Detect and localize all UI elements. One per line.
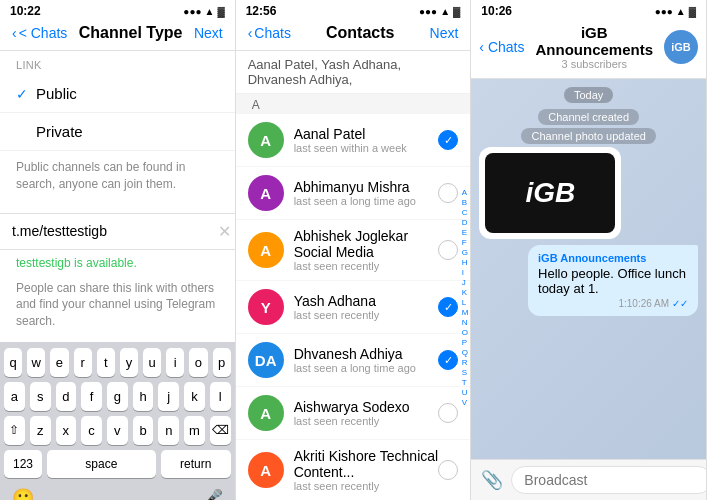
key-t[interactable]: t xyxy=(97,348,115,377)
chevron-left-icon-2: ‹ xyxy=(248,25,253,41)
contact-name: Aishwarya Sodexo xyxy=(294,399,439,415)
key-q[interactable]: q xyxy=(4,348,22,377)
chat-messages: Today Channel created Channel photo upda… xyxy=(471,79,706,459)
next-button-1[interactable]: Next xyxy=(194,25,223,41)
avatar: Y xyxy=(248,289,284,325)
avatar: A xyxy=(248,122,284,158)
contact-status: last seen recently xyxy=(294,415,439,427)
channel-avatar[interactable]: iGB xyxy=(664,30,698,64)
bubble-text: Hello people. Office lunch today at 1. xyxy=(538,266,688,296)
public-option[interactable]: ✓ Public xyxy=(0,75,235,113)
battery-icon: ▓ xyxy=(217,6,224,17)
key-g[interactable]: g xyxy=(107,382,128,411)
wifi-icon-2: ▲ xyxy=(440,6,450,17)
contact-name: Aanal Patel xyxy=(294,126,439,142)
signal-icon: ●●● xyxy=(183,6,201,17)
contact-check[interactable]: ✓ xyxy=(438,297,458,317)
contact-check[interactable] xyxy=(438,460,458,480)
signal-icon-2: ●●● xyxy=(419,6,437,17)
chat-back-button[interactable]: ‹ Chats xyxy=(479,39,524,55)
key-b[interactable]: b xyxy=(133,416,154,445)
key-w[interactable]: w xyxy=(27,348,45,377)
shift-key[interactable]: ⇧ xyxy=(4,416,25,445)
contact-name: Yash Adhana xyxy=(294,293,439,309)
contact-name: Abhimanyu Mishra xyxy=(294,179,439,195)
key-c[interactable]: c xyxy=(81,416,102,445)
next-button-2[interactable]: Next xyxy=(430,25,459,41)
key-l[interactable]: l xyxy=(210,382,231,411)
emoji-icon[interactable]: 🙂 xyxy=(12,487,34,500)
key-j[interactable]: j xyxy=(158,382,179,411)
contacts-panel: 12:56 ●●● ▲ ▓ ‹ Chats Contacts Next Aana… xyxy=(236,0,472,500)
signal-icon-3: ●●● xyxy=(655,6,673,17)
avatar: DA xyxy=(248,342,284,378)
key-r[interactable]: r xyxy=(74,348,92,377)
key-m[interactable]: m xyxy=(184,416,205,445)
mic-icon[interactable]: 🎤 xyxy=(203,488,223,500)
status-icons-2: ●●● ▲ ▓ xyxy=(419,6,460,17)
chat-bubble: iGB Announcements Hello people. Office l… xyxy=(528,245,698,316)
attachment-icon[interactable]: 📎 xyxy=(481,469,503,491)
key-k[interactable]: k xyxy=(184,382,205,411)
status-bar-2: 12:56 ●●● ▲ ▓ xyxy=(236,0,471,20)
avatar: A xyxy=(248,175,284,211)
contact-check[interactable] xyxy=(438,403,458,423)
section-header-a: A xyxy=(236,94,471,114)
return-key[interactable]: return xyxy=(161,450,231,478)
key-p[interactable]: p xyxy=(213,348,231,377)
contact-status: last seen recently xyxy=(294,309,439,321)
key-y[interactable]: y xyxy=(120,348,138,377)
checkmark-icon: ✓ xyxy=(16,86,36,102)
key-x[interactable]: x xyxy=(56,416,77,445)
contact-check[interactable]: ✓ xyxy=(438,130,458,150)
clear-icon[interactable]: ✕ xyxy=(218,222,231,241)
contact-row[interactable]: A Akriti Kishore Technical Content... la… xyxy=(236,440,471,500)
key-f[interactable]: f xyxy=(81,382,102,411)
broadcast-input[interactable] xyxy=(511,466,707,494)
contact-row[interactable]: DA Dhvanesh Adhiya last seen a long time… xyxy=(236,334,471,387)
back-button-2[interactable]: ‹ Chats xyxy=(248,25,291,41)
bubble-meta: 1:10:26 AM ✓✓ xyxy=(538,298,688,309)
contact-row[interactable]: Y Yash Adhana last seen recently ✓ xyxy=(236,281,471,334)
kb-row-4: 123 space return xyxy=(4,450,231,478)
contact-name: Dhvanesh Adhiya xyxy=(294,346,439,362)
key-o[interactable]: o xyxy=(189,348,207,377)
contact-check[interactable] xyxy=(438,240,458,260)
contact-check[interactable] xyxy=(438,183,458,203)
space-key[interactable]: space xyxy=(47,450,156,478)
kb-row-1: q w e r t y u i o p xyxy=(4,348,231,377)
key-i[interactable]: i xyxy=(166,348,184,377)
alpha-index-sidebar[interactable]: A B C D E F G H I J K L M N O P Q R S T … xyxy=(461,94,470,500)
time-3: 10:26 xyxy=(481,4,512,18)
link-input[interactable] xyxy=(43,223,218,239)
igb-logo-box: iGB xyxy=(485,153,615,233)
share-description: People can share this link with others a… xyxy=(0,276,235,342)
igb-logo-text: iGB xyxy=(525,177,575,209)
key-n[interactable]: n xyxy=(158,416,179,445)
contact-row[interactable]: A Aishwarya Sodexo last seen recently xyxy=(236,387,471,440)
chevron-left-icon-3: ‹ xyxy=(479,39,484,55)
key-z[interactable]: z xyxy=(30,416,51,445)
key-h[interactable]: h xyxy=(133,382,154,411)
time-1: 10:22 xyxy=(10,4,41,18)
contact-check[interactable]: ✓ xyxy=(438,350,458,370)
key-a[interactable]: a xyxy=(4,382,25,411)
key-u[interactable]: u xyxy=(143,348,161,377)
num-key[interactable]: 123 xyxy=(4,450,42,478)
key-v[interactable]: v xyxy=(107,416,128,445)
private-option[interactable]: Private xyxy=(0,113,235,151)
contact-row[interactable]: A Aanal Patel last seen within a week ✓ xyxy=(236,114,471,167)
back-button-1[interactable]: ‹ < Chats xyxy=(12,25,67,41)
battery-icon-3: ▓ xyxy=(689,6,696,17)
key-s[interactable]: s xyxy=(30,382,51,411)
key-e[interactable]: e xyxy=(50,348,68,377)
date-badge: Today xyxy=(564,87,613,103)
contact-row[interactable]: A Abhishek Joglekar Social Media last se… xyxy=(236,220,471,281)
battery-icon-2: ▓ xyxy=(453,6,460,17)
kb-row-2: a s d f g h j k l xyxy=(4,382,231,411)
contact-row[interactable]: A Abhimanyu Mishra last seen a long time… xyxy=(236,167,471,220)
kb-row-3: ⇧ z x c v b n m ⌫ xyxy=(4,416,231,445)
key-d[interactable]: d xyxy=(56,382,77,411)
avatar: A xyxy=(248,395,284,431)
backspace-key[interactable]: ⌫ xyxy=(210,416,231,445)
